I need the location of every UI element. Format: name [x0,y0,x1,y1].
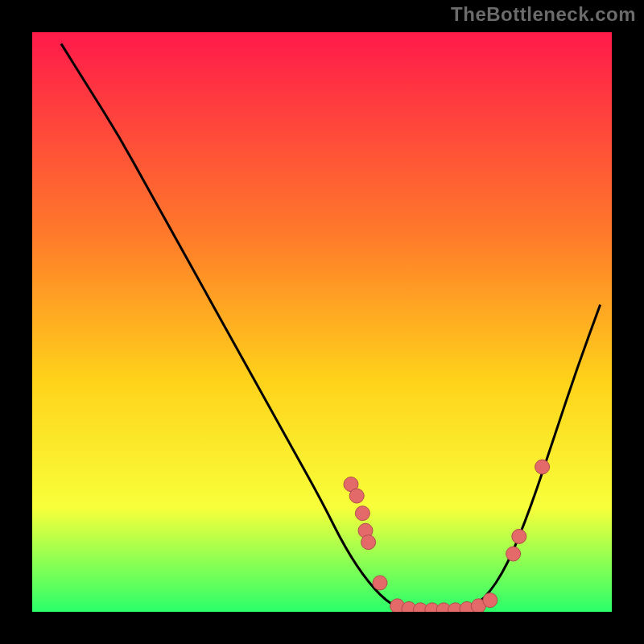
chart-svg [32,32,612,612]
data-dot [355,506,369,521]
plot-area [32,32,612,612]
chart-container: TheBottleneck.com [0,0,644,644]
data-dot [349,489,364,503]
data-dot [535,460,550,474]
data-dot [483,593,497,608]
watermark-text: TheBottleneck.com [451,3,636,26]
data-dot [373,576,387,590]
data-dot [506,547,521,561]
data-dot [361,535,376,550]
data-dot [512,529,526,543]
